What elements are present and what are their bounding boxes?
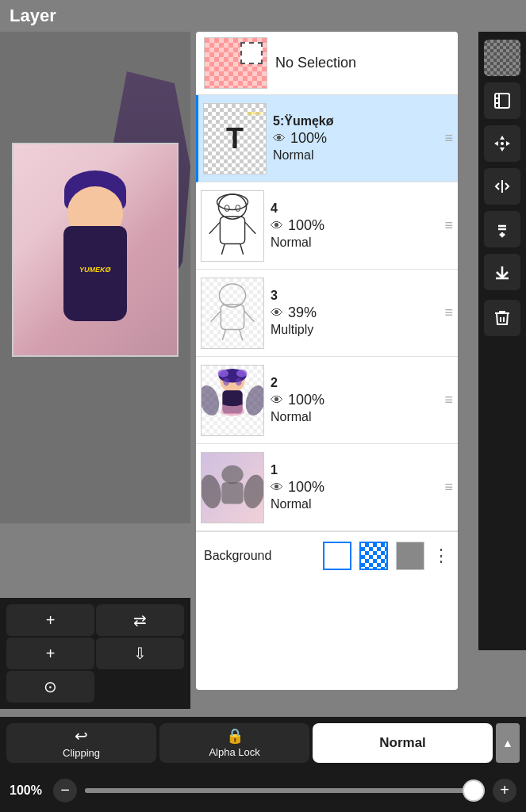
bg-white-swatch[interactable] [323,542,351,570]
layer-5-thumb: T ʏᴜᴍᴇᴋ [203,103,267,174]
svg-point-24 [236,370,248,377]
opacity-decrease-button[interactable]: − [53,779,77,802]
opacity-increase-button[interactable]: + [493,779,516,802]
layer-5-opacity: 100% [290,130,327,147]
title-bar: Layer [0,0,159,32]
layer-1-row[interactable]: 1 👁 100% Normal ≡ [196,444,458,531]
opacity-slider-track[interactable] [85,788,485,793]
layer-4-info: 4 👁 100% Normal [271,201,438,250]
character-label: YUMEKØ [79,266,111,274]
background-row[interactable]: Background ⋮ [196,531,458,579]
layer-4-sketch-svg [202,191,263,261]
layer-2-row[interactable]: 2 👁 100% Normal ≡ [196,357,458,444]
left-toolbar: + ⇄ + ⇩ ⊙ [0,598,190,709]
move-button[interactable] [484,125,520,162]
dashed-border [240,42,263,64]
right-toolbar [478,32,526,650]
layer-2-name: 2 [271,376,278,390]
layer-3-eye-icon[interactable]: 👁 [271,306,283,320]
canvas-area: YUMEKØ [0,32,190,523]
layer-3-info: 3 👁 39% Multiply [271,289,438,337]
layer-5-blend: Normal [273,148,314,163]
layer-3-row[interactable]: 3 👁 39% Multiply ≡ [196,270,458,357]
artwork-inner: YUMEKØ [13,144,177,355]
checker-button[interactable] [484,40,520,76]
layer-2-drag-handle[interactable]: ≡ [444,392,453,408]
layer-2-eye-icon[interactable]: 👁 [271,393,283,408]
layer-1-eye-icon[interactable]: 👁 [271,481,283,495]
camera-button[interactable]: ⊙ [6,671,94,703]
layer-4-opacity: 100% [288,217,324,234]
blend-scroll-button[interactable]: ▲ [496,723,520,763]
alpha-lock-button[interactable]: 🔒 Alpha Lock [159,723,309,763]
insert-below-button[interactable] [484,254,520,290]
no-selection-thumb [204,37,267,89]
add-layer-button[interactable]: + [6,604,94,636]
artwork-frame: YUMEKØ [12,143,179,357]
layer-5-opacity-row: 👁 100% [273,130,327,147]
layer-3-blend: Multiply [271,323,313,337]
layer-1-drag-handle[interactable]: ≡ [444,479,453,496]
bg-checker-swatch[interactable] [359,542,388,570]
layer-4-thumb [201,190,264,262]
background-label: Background [204,549,315,563]
svg-point-23 [217,370,228,377]
layer-3-thumb [201,278,264,349]
clipping-icon: ↩ [75,726,88,745]
layer-panel: No Selection T ʏᴜᴍᴇᴋ 5:Ÿumękø 👁 100% Nor… [196,32,458,690]
opacity-slider-fill [85,788,485,793]
layer-4-opacity-row: 👁 100% [271,217,324,234]
delete-layer-button[interactable] [484,300,520,336]
bottom-bar: ↩ Clipping 🔒 Alpha Lock Normal ▲ [0,717,526,768]
layer-2-info: 2 👁 100% Normal [271,376,438,424]
merge-button[interactable]: ⇩ [96,638,184,669]
layer-4-name: 4 [271,201,278,216]
reference-button[interactable] [484,82,520,119]
layer-5-name: 5:Ÿumękø [273,114,333,128]
flip-button[interactable]: ⇄ [96,604,184,636]
layer-3-name: 3 [271,289,278,303]
svg-rect-29 [221,482,243,504]
layer-1-blend: Normal [271,497,312,511]
layer-2-art-svg [202,366,263,435]
flip-right-button[interactable] [484,168,520,205]
clipping-button[interactable]: ↩ Clipping [6,723,156,763]
layer-5-t-icon: T [226,122,244,155]
page-title: Layer [10,6,56,26]
layer-1-thumb [201,452,264,523]
no-selection-label: No Selection [275,55,356,71]
opacity-value: 100% [10,783,45,798]
clipping-label: Clipping [63,747,100,759]
bg-more-button[interactable]: ⋮ [432,546,450,566]
layer-5-eye-icon[interactable]: 👁 [273,132,286,146]
opacity-slider-thumb[interactable] [463,779,485,802]
opacity-bar: 100% − + [0,768,526,812]
layer-1-name: 1 [271,463,278,477]
merge-down-button[interactable] [484,211,520,247]
add2-button[interactable]: + [6,638,94,669]
layer-3-sketch-svg [202,278,263,348]
bg-dark-swatch[interactable] [396,542,424,570]
layer-5-info: 5:Ÿumękø 👁 100% Normal [273,114,438,163]
layer-4-eye-icon[interactable]: 👁 [271,219,283,233]
layer-1-info: 1 👁 100% Normal [271,463,438,511]
svg-rect-0 [202,191,263,261]
blend-mode-button[interactable]: Normal [313,723,493,763]
layer-1-opacity: 100% [288,479,324,496]
layer-1-art-svg [202,453,263,523]
svg-rect-32 [495,94,509,108]
layer-2-opacity-row: 👁 100% [271,392,324,408]
no-selection-row[interactable]: No Selection [196,32,458,95]
layer-5-yumeko: ʏᴜᴍᴇᴋ [246,110,262,117]
layer-3-opacity-row: 👁 39% [271,304,317,321]
layer-4-drag-handle[interactable]: ≡ [444,217,453,234]
layer-4-blend: Normal [271,236,312,250]
layer-4-row[interactable]: 4 👁 100% Normal ≡ [196,182,458,270]
svg-point-22 [236,377,242,385]
alpha-lock-label: Alpha Lock [209,746,259,758]
layer-3-drag-handle[interactable]: ≡ [444,304,453,321]
layer-5-row[interactable]: T ʏᴜᴍᴇᴋ 5:Ÿumękø 👁 100% Normal ≡ [196,95,458,182]
layer-2-thumb [201,365,264,436]
layer-5-drag-handle[interactable]: ≡ [444,130,453,147]
chibi-body [63,226,127,321]
